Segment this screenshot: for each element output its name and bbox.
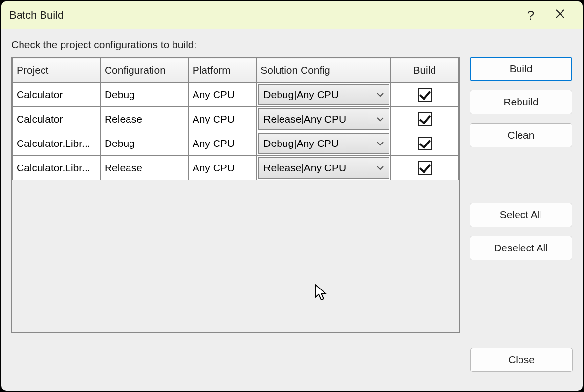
chevron-down-icon xyxy=(377,115,384,123)
column-header-platform[interactable]: Platform xyxy=(188,58,257,83)
cell-build xyxy=(390,156,459,180)
titlebar: Batch Build ? xyxy=(1,1,583,29)
build-checkbox[interactable] xyxy=(418,137,432,150)
cell-project-text: Calculator xyxy=(17,89,96,101)
deselect-all-button[interactable]: Deselect All xyxy=(470,236,572,260)
cell-project: Calculator xyxy=(13,83,101,107)
cell-solution-config: Debug|Any CPU xyxy=(257,83,390,107)
dialog-title: Batch Build xyxy=(9,9,516,21)
column-header-configuration[interactable]: Configuration xyxy=(100,58,188,83)
cell-solution-config: Debug|Any CPU xyxy=(257,131,390,156)
cell-project-text: Calculator.Libr... xyxy=(17,138,96,149)
help-button[interactable]: ? xyxy=(516,1,545,29)
column-header-project[interactable]: Project xyxy=(13,58,101,83)
chevron-down-icon xyxy=(377,140,384,147)
dropdown-label: Release|Any CPU xyxy=(263,113,376,125)
solution-config-dropdown[interactable]: Release|Any CPU xyxy=(258,108,389,130)
dropdown-label: Debug|Any CPU xyxy=(263,89,376,101)
build-checkbox[interactable] xyxy=(418,88,432,102)
table-row[interactable]: CalculatorReleaseAny CPURelease|Any CPU xyxy=(13,107,459,131)
select-all-button[interactable]: Select All xyxy=(470,203,572,227)
build-button[interactable]: Build xyxy=(470,57,572,81)
cell-project: Calculator.Libr... xyxy=(13,156,101,180)
close-icon xyxy=(555,9,565,21)
cell-configuration: Release xyxy=(100,156,188,180)
batch-build-dialog: Batch Build ? Check the project configur… xyxy=(1,1,583,391)
clean-button[interactable]: Clean xyxy=(470,123,572,147)
chevron-down-icon xyxy=(377,91,384,99)
close-button[interactable]: Close xyxy=(470,348,573,372)
chevron-down-icon xyxy=(377,164,384,172)
dropdown-label: Debug|Any CPU xyxy=(263,138,376,149)
column-header-solution-config[interactable]: Solution Config xyxy=(257,58,390,83)
table-row[interactable]: Calculator.Libr...DebugAny CPUDebug|Any … xyxy=(13,131,459,156)
cell-project-text: Calculator.Libr... xyxy=(17,162,96,174)
table-row[interactable]: CalculatorDebugAny CPUDebug|Any CPU xyxy=(13,83,459,107)
close-window-button[interactable] xyxy=(545,1,575,29)
rebuild-button[interactable]: Rebuild xyxy=(470,90,572,114)
dialog-content: Check the project configurations to buil… xyxy=(1,29,583,391)
cell-project: Calculator xyxy=(13,107,101,131)
dropdown-label: Release|Any CPU xyxy=(263,162,376,174)
cell-configuration: Release xyxy=(100,107,188,131)
cell-solution-config: Release|Any CPU xyxy=(257,107,390,131)
cell-build xyxy=(390,131,459,156)
solution-config-dropdown[interactable]: Debug|Any CPU xyxy=(258,133,389,154)
table-row[interactable]: Calculator.Libr...ReleaseAny CPURelease|… xyxy=(13,156,459,180)
build-checkbox[interactable] xyxy=(418,161,432,175)
cell-build xyxy=(390,107,459,131)
main-row: Project Configuration Platform Solution … xyxy=(11,57,573,338)
action-sidebar: Build Rebuild Clean Select All Deselect … xyxy=(470,57,572,338)
solution-config-dropdown[interactable]: Debug|Any CPU xyxy=(258,84,389,105)
table-header-row: Project Configuration Platform Solution … xyxy=(13,58,459,83)
cell-platform: Any CPU xyxy=(188,107,257,131)
configurations-table: Project Configuration Platform Solution … xyxy=(11,57,460,333)
instruction-label: Check the project configurations to buil… xyxy=(11,39,573,51)
cell-platform: Any CPU xyxy=(188,156,257,180)
cell-project: Calculator.Libr... xyxy=(13,131,101,156)
column-header-build[interactable]: Build xyxy=(390,58,459,83)
cell-configuration: Debug xyxy=(100,131,188,156)
cell-platform: Any CPU xyxy=(188,131,257,156)
cell-solution-config: Release|Any CPU xyxy=(257,156,390,180)
cell-build xyxy=(390,83,459,107)
build-checkbox[interactable] xyxy=(418,112,432,126)
solution-config-dropdown[interactable]: Release|Any CPU xyxy=(258,157,389,179)
cell-platform: Any CPU xyxy=(188,83,257,107)
help-icon: ? xyxy=(527,8,534,23)
cell-project-text: Calculator xyxy=(17,113,96,125)
cell-configuration: Debug xyxy=(100,83,188,107)
dialog-footer: Close xyxy=(11,338,573,381)
